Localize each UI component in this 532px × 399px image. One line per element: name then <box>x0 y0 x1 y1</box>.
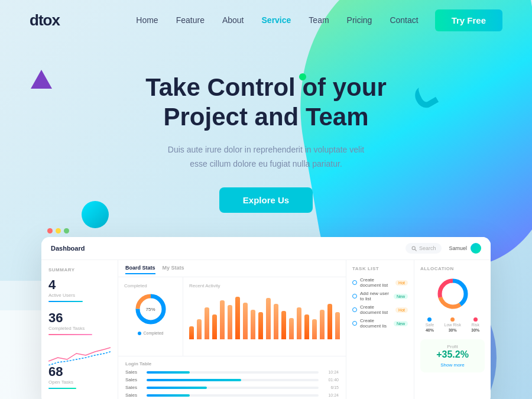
list-item: Sales 10:24 <box>125 369 339 375</box>
task-item: Create document list Hot <box>352 277 408 288</box>
legend-safe: Safe 40% <box>426 317 434 332</box>
summary-label: SUMMARY <box>48 267 111 273</box>
donut-legend: Completed <box>138 331 164 335</box>
dashboard-topbar: Dashboard Search Samuel <box>41 237 491 260</box>
task-item: Create document lis New <box>352 318 408 329</box>
try-free-button[interactable]: Try Free <box>435 9 502 31</box>
bar-item <box>335 312 340 339</box>
list-column: Login Table Sales 10:24 Sales 01:40 Sale… <box>125 361 339 399</box>
allocation-panel: ALLOCATION Safe 40% <box>414 260 491 399</box>
dashboard-search[interactable]: Search <box>406 243 442 254</box>
task-list: Task List Create document list Hot Add n… <box>346 260 414 399</box>
profit-box: Profit +35.2% Show more <box>420 339 485 372</box>
bar-item <box>243 303 248 339</box>
stat-completed-tasks: 36 Completed Tasks <box>48 312 111 335</box>
bar-item <box>312 319 317 339</box>
nav-item-service[interactable]: Service <box>262 15 291 25</box>
list-item: Sales 6/15 <box>125 385 339 390</box>
bar-item <box>212 314 217 339</box>
bar-item <box>258 312 263 339</box>
dashboard-preview: Dashboard Search Samuel SUMMARY 4 Activ <box>41 228 491 399</box>
dashboard-title: Dashboard <box>51 245 85 252</box>
dashboard-user: Samuel <box>449 243 481 254</box>
alloc-legend: Safe 40% Low Risk 30% Risk 30% <box>420 317 485 332</box>
donut-chart: 75% <box>134 292 168 326</box>
legend-risk: Risk 30% <box>471 317 479 332</box>
list-area: Login Table Sales 10:24 Sales 01:40 Sale… <box>118 356 346 399</box>
legend-low-risk: Low Risk 30% <box>444 317 460 332</box>
nav-item-home[interactable]: Home <box>136 15 158 25</box>
bar-chart <box>189 292 340 339</box>
tab-my-stats[interactable]: My Stats <box>163 265 184 274</box>
nav-item-team[interactable]: Team <box>309 15 329 25</box>
explore-button[interactable]: Explore Us <box>219 187 313 213</box>
stat-bar-pink <box>48 334 92 335</box>
nav-item-pricing[interactable]: Pricing <box>347 15 372 25</box>
bar-item <box>274 304 278 339</box>
charts-row: Completed 75% <box>118 277 346 356</box>
search-icon <box>411 246 417 251</box>
bar-item <box>327 304 332 339</box>
summary-panel: SUMMARY 4 Active Users 36 Completed Task… <box>41 260 118 399</box>
legend-item-completed: Completed <box>138 331 164 335</box>
bar-item <box>289 318 294 339</box>
hero-title: Take Control of your Project and Team <box>0 73 532 132</box>
bar-item <box>235 297 240 339</box>
bar-item <box>251 310 255 339</box>
bar-item <box>220 300 225 339</box>
list-item: Sales 10:24 <box>125 392 339 398</box>
user-avatar <box>471 243 481 254</box>
bar-item <box>281 311 286 339</box>
close-dot <box>47 228 53 233</box>
stat-active-users: 4 Active Users <box>48 278 111 302</box>
list-item: Sales 01:40 <box>125 377 339 382</box>
bar-item <box>228 305 232 339</box>
task-item: Add new user to list New <box>352 291 408 301</box>
bar-item <box>304 314 309 339</box>
middle-panel: Board Stats My Stats Completed <box>118 260 346 399</box>
bar-item <box>266 298 271 339</box>
tasks-panel: Task List Create document list Hot Add n… <box>346 260 414 399</box>
maximize-dot <box>64 228 69 233</box>
bar-item <box>197 319 202 339</box>
dashboard-body: SUMMARY 4 Active Users 36 Completed Task… <box>41 260 491 399</box>
mini-line-chart <box>48 345 111 365</box>
svg-point-0 <box>412 246 415 249</box>
nav-item-feature[interactable]: Feature <box>176 15 205 25</box>
bar-item <box>320 310 325 339</box>
alloc-donut <box>420 276 485 312</box>
navbar: dtox Home Feature About Service Team Pri… <box>0 0 532 40</box>
nav-item-about[interactable]: About <box>222 15 244 25</box>
donut-center: 75% <box>145 307 155 312</box>
svg-line-1 <box>415 249 416 251</box>
nav-links: Home Feature About Service Team Pricing … <box>136 15 418 25</box>
show-more-button[interactable]: Show more <box>440 362 464 368</box>
dashboard-tabs: Board Stats My Stats <box>118 260 346 277</box>
minimize-dot <box>56 228 61 233</box>
bar-item <box>189 326 194 339</box>
hero-subtitle: Duis aute irure dolor in reprehenderit i… <box>160 143 372 171</box>
bar-item <box>205 307 209 339</box>
tab-board-stats[interactable]: Board Stats <box>125 265 155 274</box>
window-dots <box>41 228 491 233</box>
task-item: Create document list Hot <box>352 304 408 315</box>
stat-open-tasks: 68 Open Tasks <box>48 365 111 389</box>
stat-bar-blue <box>48 301 83 302</box>
nav-item-contact[interactable]: Contact <box>390 15 418 25</box>
stat-bar-teal <box>48 388 76 389</box>
bar-chart-area: Recent Activity <box>183 277 346 356</box>
bar-item <box>297 307 301 339</box>
dashboard-card: Dashboard Search Samuel SUMMARY 4 Activ <box>41 237 491 399</box>
donut-area: Completed 75% <box>118 277 183 356</box>
logo: dtox <box>30 11 60 30</box>
hero-section: Take Control of your Project and Team Du… <box>0 40 532 213</box>
